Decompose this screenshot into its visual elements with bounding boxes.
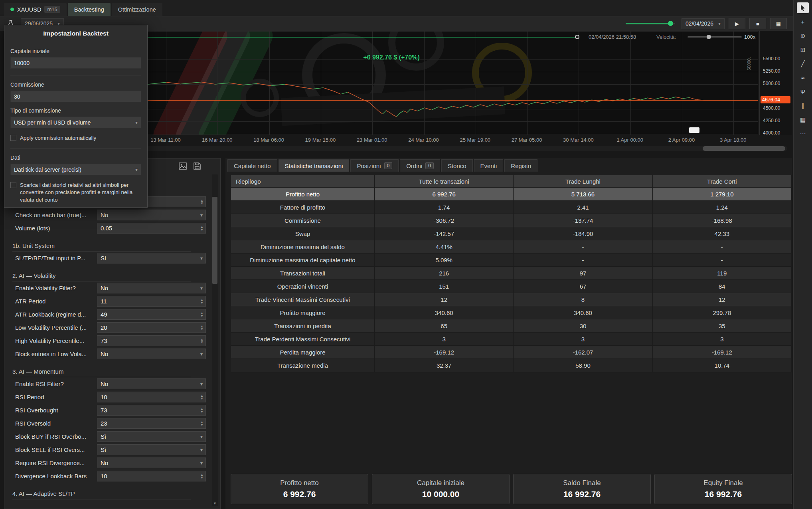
checkbox-icon[interactable] [10, 182, 16, 188]
stats-value-cell: - [514, 254, 652, 266]
stats-row[interactable]: Perdita maggiore-169.12-162.07-169.12 [231, 346, 792, 359]
crosshair-icon[interactable]: + [797, 16, 809, 27]
stepper-down-icon[interactable]: ▼ [200, 228, 203, 231]
pattern-grid-icon[interactable]: ▦ [797, 114, 809, 125]
param-stepper[interactable]: 20▲▼ [97, 322, 206, 333]
results-tab[interactable]: Eventi [474, 159, 504, 172]
results-tab[interactable]: Storico [441, 159, 473, 172]
target-icon[interactable]: ⊕ [797, 30, 809, 41]
more-tools-icon[interactable]: ⋯ [797, 128, 809, 139]
hscrollbar-thumb[interactable] [703, 146, 785, 151]
capital-input[interactable]: 10000 [10, 57, 141, 69]
param-select[interactable]: Sì▾ [97, 444, 206, 455]
stats-row[interactable]: Profitto maggiore340.60340.60299.78 [231, 306, 792, 319]
trendline-icon[interactable]: ╱ [797, 58, 809, 69]
results-tab-label: Ordini [406, 162, 422, 169]
snapshot-button[interactable] [178, 162, 188, 170]
parallel-channel-icon[interactable]: ∥ [797, 100, 809, 111]
stop-button[interactable]: ■ [749, 18, 766, 29]
tab-count-badge: 0 [384, 162, 393, 169]
dropdown-arrow-icon: ▾ [200, 434, 203, 440]
end-date-select[interactable]: 02/04/2026 ▾ [682, 18, 725, 29]
param-select[interactable]: No▾ [97, 210, 206, 220]
params-scrollbar[interactable]: ▼ [212, 174, 218, 506]
param-select[interactable]: No▾ [97, 283, 206, 293]
speed-slider-handle[interactable] [707, 35, 711, 39]
param-select[interactable]: Sì▾ [97, 431, 206, 442]
speed-slider[interactable] [688, 36, 742, 38]
stats-row[interactable]: Trade Vincenti Massimi Consecutivi12812 [231, 293, 792, 306]
param-row: Enable Volatility Filter?No▾ [4, 281, 206, 295]
date-range-slider[interactable] [626, 23, 675, 24]
stepper-down-icon[interactable]: ▼ [200, 315, 203, 317]
param-stepper[interactable]: 73▲▼ [97, 335, 206, 346]
stepper-down-icon[interactable]: ▼ [200, 341, 203, 344]
stats-row[interactable]: Operazioni vincenti1516784 [231, 280, 792, 293]
report-button[interactable]: ▦ [770, 18, 787, 29]
results-tab[interactable]: Posizioni0 [350, 159, 399, 172]
param-stepper[interactable]: 73▲▼ [97, 405, 206, 416]
param-stepper[interactable]: 49▲▼ [97, 309, 206, 320]
save-params-button[interactable] [192, 162, 202, 170]
param-select[interactable]: No▾ [97, 378, 206, 389]
tab-backtesting[interactable]: Backtesting [68, 3, 111, 16]
param-label: Enable Volatility Filter? [15, 285, 97, 291]
data-source-select[interactable]: Dati tick dal server (precisi) ▾ [10, 164, 141, 175]
param-stepper[interactable]: 10▲▼ [97, 471, 206, 481]
stepper-down-icon[interactable]: ▼ [200, 397, 203, 400]
range-slider-handle[interactable] [668, 21, 673, 26]
results-tab[interactable]: Capitale netto [227, 159, 277, 172]
param-select[interactable]: No▾ [97, 349, 206, 359]
stats-row[interactable]: Transazione media32.3758.9010.74 [231, 359, 792, 372]
stats-row[interactable]: Commissione-306.72-137.74-168.98 [231, 214, 792, 227]
wave-icon[interactable]: ≈ [797, 72, 809, 83]
play-button[interactable]: ▶ [729, 18, 745, 29]
commission-input[interactable]: 30 [10, 91, 141, 102]
download-history-row[interactable]: Scarica i dati storici relativi ad altri… [10, 182, 141, 204]
cursor-icon[interactable] [797, 2, 809, 13]
play-icon: ▶ [735, 21, 739, 27]
stepper-down-icon[interactable]: ▼ [200, 301, 203, 304]
grid-box-icon[interactable]: ⊞ [797, 44, 809, 55]
param-select[interactable]: No▾ [97, 458, 206, 468]
stats-row-label: Swap [231, 227, 375, 240]
stats-row[interactable]: Diminuzione massima del saldo4.41%-- [231, 240, 792, 254]
stepper-down-icon[interactable]: ▼ [200, 328, 203, 331]
param-row: SL/TP/BE/Trail input in P...Sì▾ [4, 252, 206, 265]
symbol-tab[interactable]: XAUUSD m15 [4, 3, 67, 16]
scroll-down-icon[interactable]: ▼ [212, 501, 218, 505]
stats-row[interactable]: Profitto netto6 992.765 713.661 279.10 [231, 188, 792, 201]
param-stepper[interactable]: 0.05▲▼ [97, 223, 206, 234]
param-stepper[interactable]: 11▲▼ [97, 296, 206, 307]
stats-row[interactable]: Fattore di profitto1.742.411.24 [231, 201, 792, 214]
checkbox-icon[interactable] [10, 135, 16, 141]
params-scrollbar-thumb[interactable] [212, 197, 217, 284]
param-value: Sì [101, 255, 106, 261]
results-tab[interactable]: Registri [504, 159, 537, 172]
stepper-down-icon[interactable]: ▼ [200, 202, 203, 205]
data-source-value: Dati tick dal server (precisi) [14, 166, 81, 173]
stats-row[interactable]: Transazioni in perdita653035 [231, 319, 792, 333]
pitchfork-icon[interactable]: Ψ [797, 86, 809, 97]
results-tab[interactable]: Statistiche transazioni [279, 159, 350, 172]
stats-row[interactable]: Diminuzione massima del capitale netto5.… [231, 254, 792, 267]
apply-commission-row[interactable]: Apply commission automatically [10, 135, 141, 142]
results-tab[interactable]: Ordini0 [400, 159, 440, 172]
stats-value-cell: -168.98 [653, 214, 792, 227]
capital-value: 10000 [14, 60, 30, 66]
stats-value-cell: - [653, 254, 792, 266]
param-select[interactable]: Sì▾ [97, 253, 206, 263]
replay-progress-handle[interactable] [575, 35, 579, 39]
stepper-down-icon[interactable]: ▼ [200, 410, 203, 413]
param-stepper[interactable]: 23▲▼ [97, 418, 206, 429]
stats-row[interactable]: Transazioni totali21697119 [231, 267, 792, 280]
param-stepper[interactable]: 10▲▼ [97, 392, 206, 402]
tab-ottimizzazione[interactable]: Ottimizzazione [112, 3, 162, 16]
stats-row[interactable]: Trade Perdenti Massimi Consecutivi333 [231, 333, 792, 346]
stats-value-cell: -137.74 [514, 214, 652, 227]
dropdown-arrow-icon: ▾ [200, 381, 203, 387]
commission-type-select[interactable]: USD per mln di USD di volume ▾ [10, 117, 141, 128]
stepper-down-icon[interactable]: ▼ [200, 424, 203, 426]
stats-row[interactable]: Swap-142.57-184.9042.33 [231, 227, 792, 240]
stepper-down-icon[interactable]: ▼ [200, 476, 203, 479]
